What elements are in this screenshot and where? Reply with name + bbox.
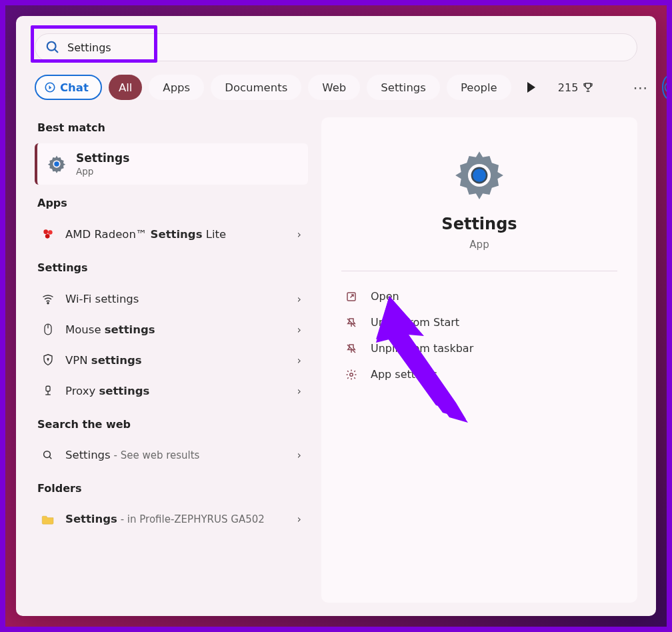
gear-icon [344, 369, 359, 381]
svg-point-12 [47, 359, 49, 360]
web-filter[interactable]: Web [308, 75, 360, 100]
preview-title: Settings [441, 215, 517, 233]
best-match-subtitle: App [76, 166, 129, 177]
action-label: App settings [371, 368, 437, 381]
result-web-settings[interactable]: Settings - See web results › [35, 440, 308, 470]
divider [341, 271, 617, 271]
svg-point-5 [54, 161, 59, 167]
app-settings-action[interactable]: App settings [341, 361, 617, 387]
web-heading: Search the web [37, 418, 308, 431]
apps-heading: Apps [37, 197, 308, 209]
proxy-icon [40, 384, 56, 397]
settings-filter[interactable]: Settings [367, 75, 440, 100]
result-mouse-settings[interactable]: Mouse settings › [35, 314, 308, 345]
action-label: Unpin from taskbar [371, 342, 473, 355]
preview-actions: Open Unpin from Start Unpin from taskbar… [341, 283, 617, 387]
open-icon [344, 291, 359, 303]
best-match-title: Settings [76, 151, 129, 165]
result-label: AMD Radeon™ Settings Lite [65, 228, 226, 241]
chat-filter-label: Chat [60, 81, 89, 94]
chevron-right-icon: › [297, 385, 301, 397]
documents-filter[interactable]: Documents [211, 75, 301, 100]
search-icon [40, 449, 56, 461]
chevron-right-icon: › [297, 354, 301, 367]
chevron-right-icon: › [297, 293, 301, 305]
result-vpn-settings[interactable]: VPN settings › [35, 345, 308, 375]
chevron-right-icon: › [297, 228, 301, 241]
chevron-right-icon: › [297, 449, 301, 461]
search-bar [35, 33, 637, 61]
unpin-icon [344, 343, 359, 355]
more-options[interactable]: ⋯ [633, 79, 649, 96]
shield-icon [40, 353, 56, 367]
svg-point-17 [44, 451, 51, 457]
result-label: Proxy settings [65, 385, 149, 397]
unpin-icon [344, 317, 359, 329]
result-label: Settings - See web results [65, 449, 199, 461]
svg-point-7 [48, 230, 53, 235]
settings-heading: Settings [37, 261, 308, 274]
preview-pane: Settings App Open Unpin from Start Unpin… [321, 117, 637, 603]
svg-point-6 [43, 229, 48, 234]
action-label: Open [371, 290, 399, 303]
results-column: Best match Settings App Apps AMD Radeon™… [35, 117, 308, 603]
result-label: Settings - in Profile-ZEPHYRUS GA502 [65, 513, 265, 525]
folder-icon [40, 514, 56, 525]
result-label: Wi-Fi settings [65, 293, 139, 305]
svg-line-1 [55, 49, 58, 53]
result-amd-settings[interactable]: AMD Radeon™ Settings Lite › [35, 219, 308, 249]
svg-rect-14 [46, 386, 50, 391]
svg-point-3 [665, 83, 672, 93]
best-match-result[interactable]: Settings App [35, 143, 308, 185]
open-action[interactable]: Open [341, 283, 617, 309]
amd-icon [40, 227, 56, 241]
search-icon [45, 40, 60, 55]
svg-line-18 [49, 457, 51, 459]
apps-filter[interactable]: Apps [149, 75, 204, 100]
filter-row: Chat All Apps Documents Web Settings Peo… [35, 75, 637, 100]
best-match-heading: Best match [37, 121, 308, 134]
rewards-points[interactable]: 215 [558, 81, 595, 94]
chevron-right-icon: › [297, 323, 301, 336]
unpin-start-action[interactable]: Unpin from Start [341, 309, 617, 335]
start-search-panel: Chat All Apps Documents Web Settings Peo… [16, 16, 656, 616]
trophy-icon [582, 81, 594, 93]
bing-button[interactable] [662, 75, 672, 100]
settings-app-large-icon [452, 148, 507, 203]
result-label: Mouse settings [65, 323, 155, 336]
unpin-taskbar-action[interactable]: Unpin from taskbar [341, 335, 617, 361]
result-wifi-settings[interactable]: Wi-Fi settings › [35, 283, 308, 314]
bing-chat-icon [44, 81, 56, 93]
result-label: VPN settings [65, 354, 142, 367]
people-filter[interactable]: People [447, 75, 511, 100]
svg-point-25 [350, 373, 353, 376]
mouse-icon [40, 323, 56, 336]
search-input[interactable] [35, 33, 637, 61]
settings-app-icon [47, 154, 67, 174]
chat-filter[interactable]: Chat [35, 75, 102, 100]
wifi-icon [40, 292, 56, 305]
svg-point-9 [47, 303, 49, 304]
action-label: Unpin from Start [371, 316, 459, 329]
result-proxy-settings[interactable]: Proxy settings › [35, 375, 308, 406]
svg-point-8 [45, 234, 50, 239]
all-filter[interactable]: All [109, 75, 142, 100]
more-filters-arrow[interactable] [527, 82, 535, 93]
folders-heading: Folders [37, 482, 308, 495]
preview-subtitle: App [469, 239, 489, 251]
chevron-right-icon: › [297, 513, 301, 525]
result-folder-settings[interactable]: Settings - in Profile-ZEPHYRUS GA502 › [35, 504, 308, 534]
